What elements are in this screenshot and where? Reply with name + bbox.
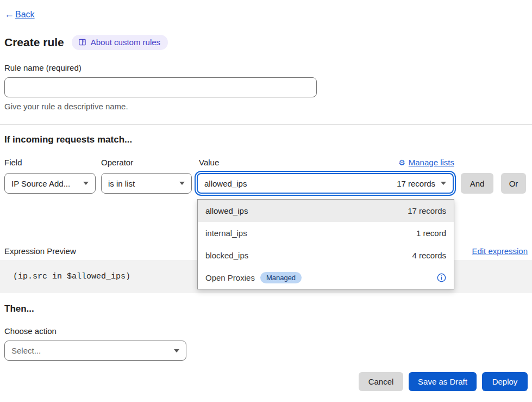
back-label: Back: [15, 10, 35, 20]
info-icon[interactable]: [437, 273, 446, 282]
list-option-name: Open Proxies: [205, 273, 255, 282]
expression-preview-label: Expression Preview: [4, 246, 76, 256]
list-option-name: blocked_ips: [205, 251, 248, 260]
list-option-meta: 1 record: [416, 228, 446, 238]
then-heading: Then...: [4, 304, 34, 314]
list-option-meta: 17 records: [408, 206, 446, 215]
value-select[interactable]: allowed_ips 17 records: [197, 173, 454, 194]
value-dropdown-panel: allowed_ips 17 records internal_ips 1 re…: [197, 199, 454, 289]
list-option-blocked-ips[interactable]: blocked_ips 4 records: [198, 244, 454, 267]
field-select[interactable]: IP Source Add...: [4, 173, 96, 194]
rule-name-helper: Give your rule a descriptive name.: [4, 102, 128, 111]
back-arrow-icon: ←: [4, 9, 14, 20]
rule-name-input[interactable]: [4, 77, 317, 97]
value-selected-meta: 17 records: [397, 179, 435, 188]
value-label: Value: [199, 158, 219, 167]
chevron-down-icon: [174, 349, 179, 352]
deploy-button[interactable]: Deploy: [482, 372, 528, 391]
list-option-meta: 4 records: [412, 251, 446, 260]
list-option-name: internal_ips: [205, 228, 247, 238]
book-icon: [78, 38, 86, 46]
choose-action-label: Choose action: [4, 326, 57, 336]
title-row: Create rule About custom rules: [4, 35, 168, 50]
about-custom-rules-link[interactable]: About custom rules: [72, 35, 168, 50]
chevron-down-icon: [441, 182, 446, 185]
list-option-allowed-ips[interactable]: allowed_ips 17 records: [198, 200, 454, 222]
gear-icon: ⚙: [398, 158, 405, 167]
list-option-name: allowed_ips: [205, 206, 248, 215]
action-placeholder: Select...: [11, 346, 41, 355]
section-divider: [0, 124, 532, 125]
managed-badge: Managed: [260, 272, 302, 283]
chevron-down-icon: [179, 182, 185, 185]
field-selected-value: IP Source Add...: [11, 179, 70, 188]
value-selected-name: allowed_ips: [204, 179, 247, 188]
rule-name-label: Rule name (required): [4, 63, 82, 72]
save-as-draft-button[interactable]: Save as Draft: [409, 372, 477, 391]
list-option-open-proxies[interactable]: Open Proxies Managed: [198, 267, 454, 289]
page-title: Create rule: [4, 36, 64, 49]
and-button[interactable]: And: [461, 173, 493, 194]
field-label: Field: [4, 158, 22, 167]
or-button[interactable]: Or: [501, 173, 526, 194]
action-select[interactable]: Select...: [4, 341, 186, 361]
manage-lists-label: Manage lists: [409, 158, 454, 167]
operator-selected-value: is in list: [108, 179, 135, 188]
expression-code: (ip.src in $allowed_ips): [13, 272, 130, 281]
match-heading: If incoming requests match...: [4, 134, 132, 145]
operator-select[interactable]: is in list: [101, 173, 192, 194]
operator-label: Operator: [101, 158, 133, 167]
cancel-button[interactable]: Cancel: [359, 372, 403, 391]
chevron-down-icon: [83, 182, 89, 185]
back-link[interactable]: ← Back: [4, 9, 35, 20]
create-rule-page: ← Back Create rule About custom rules Ru…: [0, 0, 532, 402]
edit-expression-link[interactable]: Edit expression: [472, 246, 528, 256]
about-badge-label: About custom rules: [91, 38, 160, 47]
list-option-internal-ips[interactable]: internal_ips 1 record: [198, 222, 454, 244]
manage-lists-link[interactable]: ⚙ Manage lists: [398, 158, 454, 167]
